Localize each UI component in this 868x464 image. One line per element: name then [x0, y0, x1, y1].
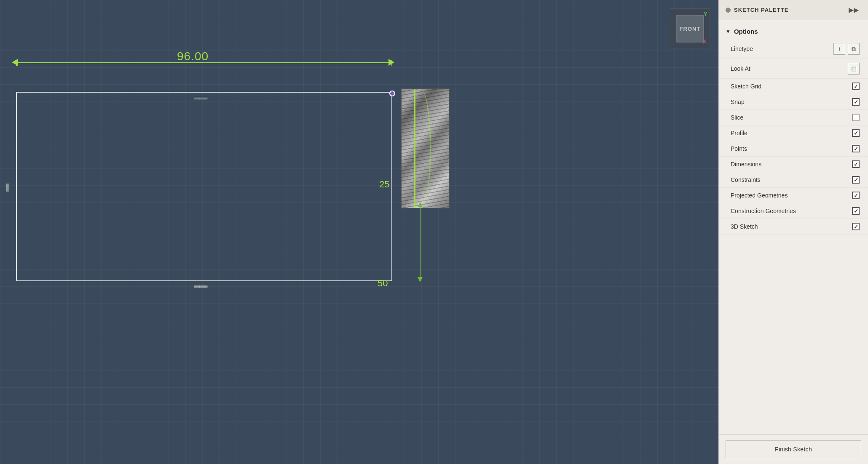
sketch-rectangle [16, 92, 392, 281]
constraints-checkbox[interactable] [852, 176, 860, 184]
option-row-3d-sketch: 3D Sketch [719, 219, 868, 235]
option-row-points: Points [719, 141, 868, 157]
option-row-slice: Slice [719, 110, 868, 125]
nav-cube-face: FRONT [676, 15, 704, 42]
dimension-arrow-right [388, 59, 394, 66]
sketch-grid-label: Sketch Grid [731, 83, 761, 90]
3d-sketch-checkbox[interactable] [852, 223, 860, 230]
points-controls [852, 145, 860, 152]
constraint-icon-left: ≡≡≡ [4, 183, 11, 191]
dimension-arrow-left [12, 59, 18, 66]
3d-sketch-label: 3D Sketch [731, 223, 758, 230]
dimensions-controls [852, 160, 860, 168]
linetype-back-button[interactable]: ⟨ [833, 43, 845, 55]
option-row-constraints: Constraints [719, 172, 868, 188]
constraints-controls [852, 176, 860, 184]
look-at-label: Look At [731, 65, 750, 72]
sketch-grid-controls [852, 83, 860, 90]
nav-cube-y-axis: Y [704, 11, 707, 17]
dimension-label-right: 25 [379, 179, 389, 190]
points-label: Points [731, 145, 747, 152]
palette-icon-dot [726, 8, 731, 13]
finish-sketch-row: Finish Sketch [719, 434, 868, 464]
palette-header-left: SKETCH PALETTE [726, 7, 788, 13]
viewport: 96.00 ≡≡≡≡≡ ≡≡≡≡≡ ≡≡≡ 25 50 FRONT X Y [0, 0, 718, 464]
snap-checkbox[interactable] [852, 98, 860, 106]
option-row-sketch-grid: Sketch Grid [719, 79, 868, 94]
projected-geometries-checkbox[interactable] [852, 192, 860, 199]
construction-geometries-controls [852, 207, 860, 215]
look-at-button[interactable]: ⊡ [848, 63, 860, 75]
option-row-linetype: Linetype ⟨ ⧉ [719, 39, 868, 59]
profile-controls [852, 129, 860, 137]
option-row-dimensions: Dimensions [719, 157, 868, 172]
linetype-label: Linetype [731, 45, 753, 52]
dimension-label-bottom: 50 [378, 278, 388, 289]
origin-point [389, 91, 395, 96]
axis-vertical-line [420, 206, 421, 278]
options-section-title: Options [734, 28, 758, 35]
constraints-label: Constraints [731, 176, 761, 183]
finish-sketch-button[interactable]: Finish Sketch [726, 440, 861, 458]
slice-controls [852, 114, 860, 121]
palette-body: ▼ Options Linetype ⟨ ⧉ Look At ⊡ Sketch … [719, 20, 868, 434]
slice-checkbox[interactable] [852, 114, 860, 121]
points-checkbox[interactable] [852, 145, 860, 152]
option-row-look-at: Look At ⊡ [719, 59, 868, 79]
option-row-construction-geometries: Construction Geometries [719, 203, 868, 219]
linetype-doc-button[interactable]: ⧉ [848, 43, 860, 55]
sketch-palette-panel: SKETCH PALETTE ▶▶ ▼ Options Linetype ⟨ ⧉… [718, 0, 868, 464]
sketch-grid-checkbox[interactable] [852, 83, 860, 90]
profile-label: Profile [731, 130, 747, 136]
option-row-snap: Snap [719, 94, 868, 110]
model-preview-thumbnail [401, 88, 450, 208]
palette-title: SKETCH PALETTE [734, 7, 788, 13]
construction-geometries-checkbox[interactable] [852, 207, 860, 215]
slice-label: Slice [731, 114, 743, 121]
snap-label: Snap [731, 99, 745, 105]
profile-checkbox[interactable] [852, 129, 860, 137]
palette-collapse-button[interactable]: ▶▶ [846, 5, 861, 15]
model-green-curve [410, 89, 431, 208]
options-section-header[interactable]: ▼ Options [719, 24, 868, 39]
look-at-controls: ⊡ [848, 63, 860, 75]
projected-geometries-controls [852, 192, 860, 199]
construction-geometries-label: Construction Geometries [731, 208, 796, 214]
constraint-icon-bottom: ≡≡≡≡≡ [194, 283, 207, 290]
snap-controls [852, 98, 860, 106]
options-arrow-icon: ▼ [726, 29, 731, 35]
palette-header: SKETCH PALETTE ▶▶ [719, 0, 868, 20]
option-row-projected-geometries: Projected Geometries [719, 188, 868, 203]
projected-geometries-label: Projected Geometries [731, 192, 788, 199]
dimensions-checkbox[interactable] [852, 160, 860, 168]
navigation-cube[interactable]: FRONT X Y [670, 8, 710, 48]
dimension-label-horizontal: 96.00 [177, 50, 209, 63]
3d-sketch-controls [852, 223, 860, 230]
nav-cube-x-axis: X [703, 39, 706, 45]
linetype-controls: ⟨ ⧉ [833, 43, 860, 55]
constraint-icon-top: ≡≡≡≡≡ [194, 95, 207, 101]
option-row-profile: Profile [719, 125, 868, 141]
dimensions-label: Dimensions [731, 161, 761, 168]
